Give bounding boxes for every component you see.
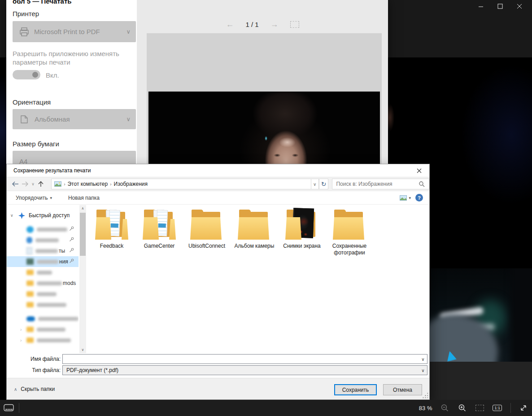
print-dialog-title: обл 5 — Печатать xyxy=(13,0,71,5)
save-button[interactable]: Сохранить xyxy=(334,384,377,395)
organize-menu-button[interactable]: Упорядочить ▾ xyxy=(16,195,52,201)
close-dialog-button[interactable] xyxy=(409,165,429,177)
close-icon xyxy=(517,4,522,9)
filmstrip-panel-icon[interactable] xyxy=(4,404,14,412)
folder-tile[interactable]: Снимки экрана xyxy=(280,208,323,256)
folder-tile[interactable]: GameCenter xyxy=(138,208,181,256)
sidebar-items: тынияmods›› xyxy=(7,224,78,346)
expand-chevron-icon[interactable]: › xyxy=(20,327,22,332)
file-type-select[interactable]: PDF-документ (*.pdf) ∨ xyxy=(62,365,427,375)
sidebar-item[interactable] xyxy=(7,313,78,324)
folder-tile[interactable]: Альбом камеры xyxy=(233,208,276,256)
new-folder-button[interactable]: Новая папка xyxy=(68,195,100,201)
zoom-out-icon[interactable] xyxy=(440,404,449,412)
folder-tile[interactable]: Сохраненные фотографии xyxy=(328,208,371,256)
sidebar-item[interactable]: ты xyxy=(7,245,78,256)
file-type-label: Тип файла: xyxy=(29,367,61,373)
window-controls xyxy=(471,0,532,13)
printer-dropdown[interactable]: Microsoft Print to PDF ∨ xyxy=(13,21,136,42)
sidebar-item[interactable] xyxy=(7,235,78,245)
chevron-down-icon[interactable]: ∨ xyxy=(419,357,427,362)
fit-page-icon[interactable] xyxy=(290,21,299,28)
file-name-input[interactable] xyxy=(63,355,419,363)
separator xyxy=(510,403,511,413)
quick-access-header[interactable]: ∨ Быстрый доступ xyxy=(7,210,78,220)
address-bar[interactable]: › Этот компьютер › Изображения xyxy=(51,179,311,189)
sidebar-scrollbar[interactable]: ∧ ∨ xyxy=(79,205,86,353)
resize-grip[interactable] xyxy=(422,392,428,398)
app-status-bar: 83 % 1:1 xyxy=(0,400,532,416)
sidebar-item[interactable]: ния xyxy=(7,256,78,267)
orientation-dropdown[interactable]: Альбомная ∨ xyxy=(13,109,136,129)
folder-icon xyxy=(189,208,225,241)
previous-page-arrow-icon[interactable]: ← xyxy=(226,20,234,28)
separator xyxy=(19,403,19,413)
hide-folders-button[interactable]: ∧ Скрыть папки xyxy=(14,386,55,392)
label-suffix: mods xyxy=(63,280,76,286)
pin-icon xyxy=(69,237,74,242)
change-view-button[interactable]: ▾ xyxy=(400,195,411,201)
redacted-label xyxy=(35,238,59,242)
minimize-button[interactable] xyxy=(471,0,490,12)
fit-to-screen-icon[interactable] xyxy=(475,405,484,411)
folder-tile[interactable]: UbisoftConnect xyxy=(185,208,228,256)
preview-navigation: ← 1 / 1 → xyxy=(137,18,388,31)
maximize-button[interactable] xyxy=(490,0,510,12)
close-window-button[interactable] xyxy=(510,0,529,12)
page-indicator: 1 / 1 xyxy=(245,21,258,28)
scroll-up-arrow-icon[interactable]: ∧ xyxy=(79,205,86,212)
sidebar-item[interactable] xyxy=(7,224,78,235)
folder-icon xyxy=(284,208,320,241)
back-arrow-icon xyxy=(12,181,19,187)
sidebar-item[interactable]: › xyxy=(7,324,78,335)
recent-locations-chevron-icon[interactable]: ∨ xyxy=(30,179,36,189)
address-dropdown-button[interactable]: ∨ xyxy=(311,179,319,189)
help-button[interactable]: ? xyxy=(415,194,423,201)
sidebar-item[interactable] xyxy=(7,267,78,278)
next-page-arrow-icon[interactable]: → xyxy=(270,20,279,28)
folder-icon xyxy=(26,280,34,286)
breadcrumb-pictures[interactable]: Изображения xyxy=(114,181,148,187)
back-button[interactable] xyxy=(10,179,20,189)
downloads-blue-icon xyxy=(26,237,32,243)
collapse-chevron-icon[interactable]: ∨ xyxy=(10,213,15,218)
chevron-up-icon: ∧ xyxy=(14,387,17,392)
scrollbar-thumb[interactable] xyxy=(80,213,86,256)
allow-app-toggle[interactable] xyxy=(13,70,40,79)
folder-icon-front xyxy=(143,217,159,240)
navigation-bar: ∨ › Этот компьютер › Изображения ∨ ↻ xyxy=(7,177,429,191)
refresh-button[interactable]: ↻ xyxy=(319,179,329,189)
sidebar-item[interactable]: mods xyxy=(7,278,78,289)
sidebar-item[interactable]: › xyxy=(7,335,78,346)
expand-chevron-icon[interactable]: › xyxy=(20,338,22,343)
redacted-label xyxy=(37,292,57,296)
folder-icon xyxy=(26,270,34,275)
forward-button[interactable] xyxy=(20,179,30,189)
fullscreen-icon[interactable] xyxy=(519,404,528,412)
dialog-footer: ∧ Скрыть папки Сохранить Отмена xyxy=(7,378,429,399)
redacted-label xyxy=(38,317,78,321)
zoom-in-icon[interactable] xyxy=(458,404,467,412)
scroll-down-arrow-icon[interactable]: ∨ xyxy=(79,346,86,353)
cancel-button[interactable]: Отмена xyxy=(383,384,422,395)
folder-icon xyxy=(94,208,130,241)
printer-icon xyxy=(19,26,30,37)
folder-tile[interactable]: Feedback xyxy=(90,208,133,256)
redacted-label xyxy=(37,271,52,275)
toggle-knob xyxy=(32,72,38,78)
breadcrumb-this-pc[interactable]: Этот компьютер xyxy=(67,181,108,187)
redacted-label xyxy=(37,260,58,264)
up-button[interactable] xyxy=(36,179,46,189)
sidebar-item[interactable] xyxy=(7,289,78,299)
folder-name: Альбом камеры xyxy=(233,243,276,250)
search-box[interactable] xyxy=(332,179,429,189)
document-icon xyxy=(26,247,32,254)
onedrive-cloud-icon xyxy=(26,316,35,321)
folder-icon-front xyxy=(190,217,222,240)
file-name-field[interactable]: ∨ xyxy=(62,354,427,364)
sidebar-item[interactable] xyxy=(7,299,78,310)
actual-size-icon[interactable]: 1:1 xyxy=(493,405,502,411)
search-input[interactable] xyxy=(332,181,417,187)
folder-icon xyxy=(331,208,367,241)
save-dialog-titlebar[interactable]: Сохранение результата печати xyxy=(7,164,429,177)
